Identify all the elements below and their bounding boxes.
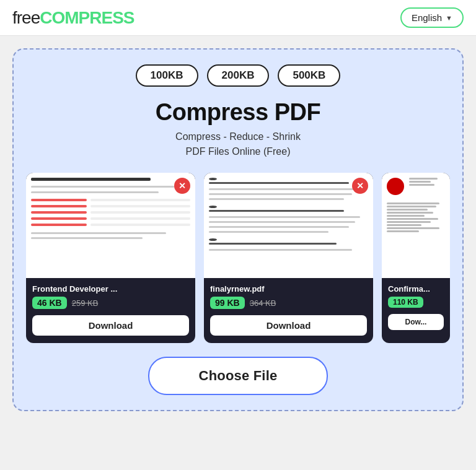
file-card-3: Confirma... 110 KB Dow...	[382, 173, 450, 343]
file-size-old-2: 364 KB	[250, 298, 276, 308]
file-size-new-1: 46 KB	[32, 297, 67, 309]
main-content: 100KB 200KB 500KB Compress PDF Compress …	[0, 36, 476, 424]
file-size-old-1: 259 KB	[72, 298, 99, 308]
download-button-3[interactable]: Dow...	[388, 314, 444, 330]
file-preview-2: ✕	[204, 173, 373, 278]
size-pill-100kb[interactable]: 100KB	[136, 64, 198, 87]
file-card-1: ✕ Frontend Developer ... 46 KB 259 KB Do…	[26, 173, 195, 343]
pdf3-logo	[387, 178, 404, 195]
file-size-new-2: 99 KB	[210, 297, 245, 309]
pdf3-lines	[409, 178, 445, 186]
file-name-3: Confirma...	[388, 284, 444, 294]
close-button-2[interactable]: ✕	[352, 178, 368, 194]
size-pill-500kb[interactable]: 500KB	[278, 64, 340, 87]
file-sizes-3: 110 KB	[388, 297, 444, 308]
file-info-1: Frontend Developer ... 46 KB 259 KB Down…	[26, 278, 195, 343]
language-selector[interactable]: English ▼	[400, 7, 464, 28]
file-info-3: Confirma... 110 KB Dow...	[382, 278, 450, 337]
file-sizes-1: 46 KB 259 KB	[32, 297, 189, 309]
file-name-2: finalyrnew.pdf	[210, 284, 367, 294]
file-preview-1: ✕	[26, 173, 195, 278]
logo-free: free	[12, 8, 40, 27]
pdf-preview-1	[26, 173, 195, 278]
file-card-2: ✕ finalyrnew.pdf 99 KB 364 KB Download	[204, 173, 373, 343]
files-grid: ✕ Frontend Developer ... 46 KB 259 KB Do…	[26, 173, 450, 343]
file-size-new-3: 110 KB	[388, 297, 423, 308]
download-button-1[interactable]: Download	[32, 315, 189, 336]
file-sizes-2: 99 KB 364 KB	[210, 297, 367, 309]
page-title: Compress PDF	[156, 99, 320, 126]
logo: freeCOMPRESS	[12, 8, 134, 28]
close-button-1[interactable]: ✕	[174, 178, 190, 194]
file-name-1: Frontend Developer ...	[32, 284, 189, 294]
page-subtitle: Compress - Reduce - Shrink PDF Files Onl…	[175, 129, 301, 159]
file-preview-3	[382, 173, 450, 278]
chevron-down-icon: ▼	[446, 14, 452, 22]
language-label: English	[412, 12, 442, 23]
size-pills-group: 100KB 200KB 500KB	[136, 64, 341, 87]
pdf3-body	[387, 202, 445, 232]
pdf-preview-2	[204, 173, 373, 278]
logo-compress: COMPRESS	[40, 8, 134, 27]
download-button-2[interactable]: Download	[210, 315, 367, 336]
header: freeCOMPRESS English ▼	[0, 0, 476, 36]
size-pill-200kb[interactable]: 200KB	[207, 64, 270, 87]
choose-file-button[interactable]: Choose File	[148, 357, 328, 395]
compress-card: 100KB 200KB 500KB Compress PDF Compress …	[12, 48, 464, 411]
file-info-2: finalyrnew.pdf 99 KB 364 KB Download	[204, 278, 373, 343]
